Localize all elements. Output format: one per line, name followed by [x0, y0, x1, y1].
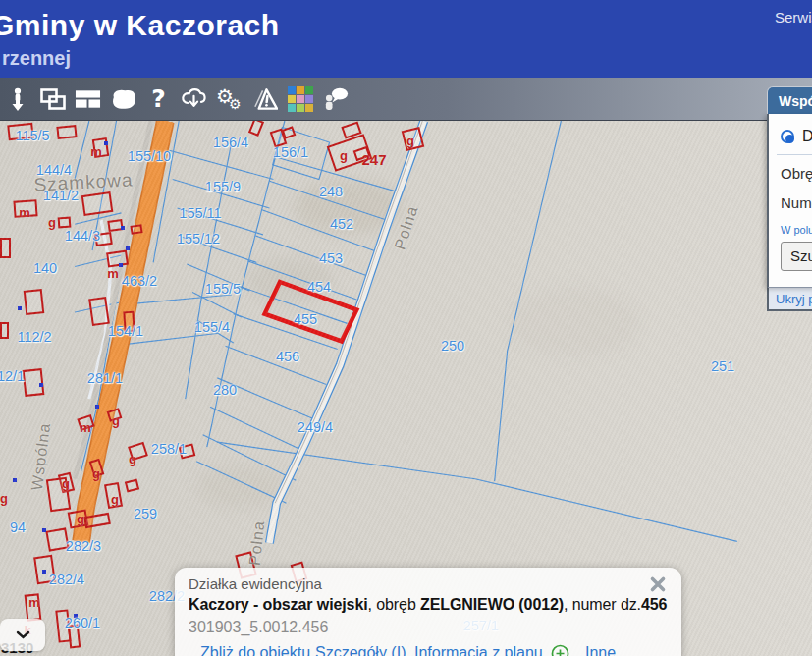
- building-letter: g: [112, 413, 120, 428]
- parcel-label: 454: [307, 279, 331, 295]
- polygon-select-icon[interactable]: [110, 82, 136, 116]
- survey-point: [95, 405, 99, 409]
- parcel-label: 156/4: [213, 135, 248, 150]
- building-letter: g: [77, 512, 84, 526]
- parcel-label: 155/4: [194, 319, 230, 335]
- building-letter: m: [90, 144, 102, 159]
- layout-icon[interactable]: [75, 82, 101, 116]
- parcel-label: 259: [134, 506, 157, 521]
- building-letter: m: [107, 266, 119, 281]
- parcel-label: 140: [33, 260, 57, 276]
- popup-link[interactable]: Szczegóły (I): [315, 644, 406, 656]
- hide-panel-link[interactable]: Ukryj panel: [776, 292, 812, 306]
- survey-point: [121, 226, 125, 230]
- building-letter: g: [111, 492, 119, 507]
- parcel-label: 155/10: [128, 148, 171, 164]
- building-letter: g: [129, 452, 136, 466]
- survey-point: [42, 570, 46, 574]
- building-outline: [0, 238, 11, 258]
- popup-title: Działka ewidencyjna: [189, 575, 668, 592]
- building-letter: m: [80, 420, 91, 435]
- building-letter: g: [406, 134, 414, 148]
- building-outline: [58, 217, 72, 229]
- parcel-label: 155/9: [205, 179, 241, 194]
- search-button[interactable]: Szukaj: [781, 242, 812, 271]
- survey-point: [104, 141, 108, 145]
- building-letter: g: [92, 466, 100, 481]
- panel-tab-coordinates[interactable]: Współrzędne: [767, 86, 812, 114]
- parcel-label: 281/1: [87, 370, 123, 386]
- building-letter: m: [19, 205, 30, 220]
- parcel-label: 251: [711, 358, 734, 374]
- parcel-label: 452: [330, 216, 353, 232]
- parcel-label: 249/4: [298, 419, 333, 435]
- parcel-id: 301903_5.0012.456: [189, 619, 668, 636]
- parcel-label: 250: [441, 338, 464, 354]
- parcel-label: 154/1: [108, 323, 143, 339]
- parcel-label: 155/11: [179, 205, 221, 221]
- building-letter: g: [0, 491, 8, 506]
- radio-dzialka-label: Działka: [802, 128, 812, 145]
- parcel-label: 280: [213, 382, 237, 398]
- parcel-label: 248: [319, 184, 343, 199]
- building-outline: [24, 289, 45, 315]
- site-title: Gminy w Kaczorach: [0, 9, 280, 42]
- hint-link[interactable]: W polu: [781, 224, 812, 236]
- parcel-label: 12/1: [0, 368, 25, 384]
- obreb-field-label: Obręb: [781, 165, 812, 182]
- add-icon[interactable]: [551, 644, 569, 656]
- building-outline: [56, 125, 77, 139]
- palette-icon[interactable]: [287, 82, 313, 116]
- survey-point: [39, 383, 43, 387]
- parcel-label: 144/3: [65, 228, 100, 244]
- parcel-label: 94: [10, 519, 26, 535]
- settings-gears-icon[interactable]: ⚙⚙: [216, 82, 243, 116]
- popup-actions: Zbliż do obiektuSzczegóły (I)Informacja …: [189, 644, 668, 656]
- app-window: Gminy w Kaczorach rzennej Serwis ? ⚙⚙: [0, 0, 812, 656]
- parcel-label: 155/12: [177, 231, 220, 246]
- building-letter: g: [48, 215, 56, 230]
- serwis-link[interactable]: Serwis: [775, 9, 812, 26]
- parcel-label: 463/2: [122, 273, 157, 289]
- identify-tool-icon[interactable]: [4, 82, 30, 116]
- survey-point: [119, 263, 123, 267]
- parcel-label: 258/1: [151, 441, 187, 457]
- building-outline: [130, 224, 142, 235]
- report-error-icon[interactable]: [251, 82, 278, 116]
- close-icon[interactable]: [648, 575, 668, 595]
- page-header: Gminy w Kaczorach rzennej Serwis: [0, 0, 812, 78]
- numer-field-label: Numer: [781, 194, 812, 211]
- overlap-windows-icon[interactable]: [39, 82, 66, 116]
- parcel-label: 112/2: [17, 329, 51, 345]
- parcel-label: 453: [319, 250, 343, 266]
- divider: [777, 154, 812, 155]
- site-subtitle: rzennej: [2, 47, 71, 70]
- download-cloud-icon[interactable]: [181, 82, 207, 116]
- parcel-info-popup: Działka ewidencyjna Kaczory - obszar wie…: [175, 568, 681, 656]
- building-outline: [81, 191, 114, 216]
- parcel-label: 282/3: [66, 538, 101, 554]
- parcel-label: 456: [276, 349, 299, 364]
- building-letter: m: [28, 595, 40, 610]
- survey-point: [18, 306, 22, 310]
- parcel-label: 115/5: [15, 128, 49, 143]
- building-outline: [88, 297, 110, 326]
- survey-point: [13, 478, 17, 482]
- popup-link[interactable]: Informacja z planu: [414, 644, 543, 656]
- help-icon[interactable]: ?: [145, 82, 172, 116]
- parcel-label: 455: [294, 311, 317, 327]
- building-letter: g: [62, 476, 70, 491]
- building-letter: 247: [361, 151, 386, 168]
- parcel-description: Kaczory - obszar wiejski, obręb ZELGNIEW…: [189, 596, 668, 614]
- building-letter: g: [340, 148, 348, 163]
- feedback-icon[interactable]: [322, 82, 349, 116]
- radio-dzialka[interactable]: [781, 130, 794, 143]
- toolbar: ? ⚙⚙: [0, 78, 812, 121]
- collapse-button[interactable]: [0, 619, 45, 651]
- parcel-label: 156/1: [273, 144, 308, 160]
- chevron-down-icon: [16, 630, 30, 639]
- parcel-label: 155/5: [205, 281, 241, 297]
- survey-point: [42, 528, 46, 532]
- popup-link[interactable]: Inne: [585, 644, 616, 656]
- popup-link[interactable]: Zbliż do obiektu: [200, 644, 310, 656]
